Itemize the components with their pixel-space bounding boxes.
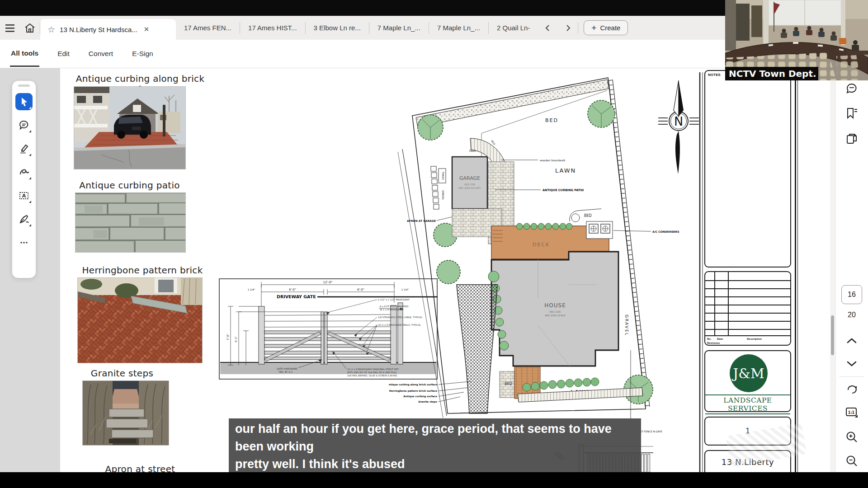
bookmarks-panel-icon[interactable] (845, 107, 859, 120)
svg-text:HDC 2024-04-CH57: HDC 2024-04-CH57 (459, 187, 481, 189)
tab-2[interactable]: 17 Ames HIST... (240, 16, 305, 40)
tab-1[interactable]: 17 Ames FEN... (176, 16, 240, 40)
tab-5[interactable]: 7 Maple Ln_... (429, 16, 488, 40)
site-plan-drawing: BED GARAGE HDC COA HDC 2024-04-CH57 ODS … (389, 72, 705, 474)
titleblock-logo-box: J&M LANDSCAPE SERVICES (704, 350, 791, 412)
svg-text:7'-0": 7'-0" (226, 334, 229, 340)
highlighter-icon (18, 143, 30, 155)
rotate-page-icon[interactable] (845, 382, 859, 395)
svg-text:GARAGE: GARAGE (459, 175, 480, 181)
svg-text:Herringbone pattern brick surf: Herringbone pattern brick surface (389, 389, 438, 393)
page-border-line (797, 69, 798, 472)
svg-text:HOUSE: HOUSE (544, 302, 566, 309)
rev-date-label: Date (717, 338, 723, 340)
tab-all-tools[interactable]: All tools (10, 41, 39, 67)
plus-icon: + (591, 25, 596, 31)
scrollbar-track[interactable] (830, 68, 835, 488)
star-icon[interactable]: ☆ (47, 24, 55, 35)
photo-herringbone-brick (78, 278, 202, 363)
comment-icon (18, 119, 30, 131)
photo-caption-2: Antique curbing patio (74, 180, 185, 191)
right-rail (835, 68, 868, 488)
north-compass: N (658, 80, 699, 174)
svg-text:wooden boardwalk: wooden boardwalk (540, 159, 566, 162)
select-tool[interactable] (15, 93, 33, 110)
zoom-in-icon[interactable] (845, 430, 859, 444)
create-button[interactable]: + Create (584, 20, 628, 35)
logo-subtitle: LANDSCAPE SERVICES (705, 394, 790, 414)
highlight-tool[interactable] (15, 140, 33, 157)
tab-divider (578, 22, 578, 34)
svg-text:ANTIQUE CURBING PATIO: ANTIQUE CURBING PATIO (542, 188, 584, 192)
titleblock-notes-box: NOTES (704, 70, 791, 267)
svg-text:Antique curbing along brick su: Antique curbing along brick surface (389, 383, 437, 386)
menu-button[interactable] (0, 19, 20, 37)
text-box-icon: A (18, 190, 30, 202)
notes-label: NOTES (708, 73, 721, 77)
svg-text:BED: BED (505, 382, 512, 386)
page-thumbnails-icon[interactable] (845, 132, 859, 145)
tab-3[interactable]: 3 Elbow Ln re... (306, 16, 369, 40)
svg-text:6'-2": 6'-2" (235, 336, 237, 342)
photo-antique-curbing-patio (75, 193, 185, 252)
svg-text:APRON AT GARAGE: APRON AT GARAGE (407, 219, 436, 222)
tab-next-button[interactable] (558, 19, 578, 37)
tab-convert[interactable]: Convert (88, 42, 114, 66)
rev-title-label: Revisions (707, 342, 720, 344)
ellipsis-icon (18, 237, 30, 249)
scrollbar-thumb[interactable] (831, 315, 834, 355)
fill-sign-tool[interactable] (15, 211, 33, 228)
photo-antique-curbing-driveway (74, 87, 185, 169)
tab-esign[interactable]: E-Sign (131, 42, 154, 66)
svg-text:DRIVEWAY GATE: DRIVEWAY GATE (277, 294, 316, 299)
tab-prev-button[interactable] (538, 19, 558, 37)
draw-tool[interactable] (15, 164, 33, 181)
zoom-out-icon[interactable] (845, 454, 859, 468)
svg-text:12'-0": 12'-0" (323, 281, 332, 284)
closed-caption-overlay: our half an hour if you get here, grace … (229, 418, 641, 477)
page-number-input[interactable]: 16 (841, 285, 862, 304)
palette-drag-handle[interactable] (18, 84, 30, 87)
page-border-line (795, 69, 796, 472)
svg-text:HDC 2023-12-R10: HDC 2023-12-R10 (545, 314, 565, 317)
svg-text:LAWN: LAWN (555, 167, 576, 174)
svg-text:GATE HARDWARE: GATE HARDWARE (277, 367, 297, 370)
tab-6[interactable]: 2 Quail Ln- (489, 16, 538, 40)
svg-text:Granite steps: Granite steps (418, 400, 438, 404)
plan-label-bed-top: BED (545, 117, 558, 123)
previous-page-icon[interactable] (846, 337, 858, 345)
jm-logo: J&M (730, 354, 768, 392)
add-text-tool[interactable]: A (15, 187, 33, 204)
close-icon[interactable]: ✕ (142, 24, 151, 34)
plan-house (491, 252, 618, 366)
tab-active[interactable]: ☆ 13 N.Liberty St Hardsca... ✕ (40, 19, 176, 40)
home-button[interactable] (20, 19, 40, 37)
tab-edit[interactable]: Edit (57, 42, 71, 66)
meeting-room-frame: NCTV Town Dept. (725, 0, 868, 80)
svg-text:A/C CONDENSERS: A/C CONDENSERS (652, 230, 679, 233)
tab-title: 13 N.Liberty St Hardsca... (60, 26, 137, 33)
tab-4[interactable]: 7 Maple Ln_... (369, 16, 429, 40)
rev-no-label: No. (707, 338, 712, 340)
caption-line-1: our half an hour if you get here, grace … (235, 420, 635, 455)
svg-text:TBD, BY G.C.: TBD, BY G.C. (278, 371, 293, 373)
svg-text:GRAVEL: GRAVEL (624, 314, 629, 336)
svg-text:1:1: 1:1 (848, 411, 855, 415)
more-tools[interactable] (15, 234, 33, 251)
comments-panel-icon[interactable] (845, 82, 859, 96)
svg-text:TRASH: TRASH (442, 171, 444, 180)
svg-text:HDC COA: HDC COA (464, 183, 475, 186)
pen-nib-icon (18, 213, 30, 225)
rev-desc-label: Description (747, 338, 762, 340)
actual-size-icon[interactable]: 1:1 (844, 406, 859, 418)
meeting-video-overlay: NCTV Town Dept. (725, 0, 868, 80)
next-page-icon[interactable] (846, 360, 858, 368)
svg-text:DECK: DECK (533, 242, 550, 248)
svg-text:Antique curbing surface: Antique curbing surface (403, 395, 437, 398)
svg-text:BED: BED (584, 214, 592, 218)
svg-text:BED: BED (491, 140, 496, 145)
quick-tools-palette: A (12, 80, 36, 278)
comment-tool[interactable] (15, 117, 33, 134)
scribble-icon (18, 166, 30, 178)
home-icon (24, 23, 36, 33)
